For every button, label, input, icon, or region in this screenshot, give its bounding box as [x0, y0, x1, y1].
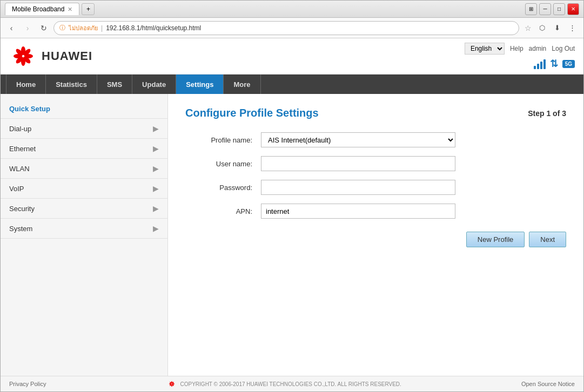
nav-sms[interactable]: SMS [97, 75, 132, 94]
browser-tab[interactable]: Mobile Broadband ✕ [5, 3, 79, 15]
apn-input[interactable] [261, 204, 455, 219]
nav-statistics[interactable]: Statistics [46, 75, 97, 94]
signal-icons: ⇅ 5G [534, 58, 575, 70]
admin-label: admin [529, 45, 547, 52]
chevron-right-icon: ▶ [153, 224, 159, 233]
chevron-right-icon: ▶ [153, 164, 159, 173]
button-row: New Profile Next [185, 232, 566, 247]
password-row: Password: [185, 180, 566, 195]
page-footer: Privacy Policy COPYRIGHT © 2006-2017 HUA… [1, 376, 583, 391]
sidebar-item-dialup[interactable]: Dial-up ▶ [1, 119, 167, 139]
new-profile-button[interactable]: New Profile [466, 232, 525, 247]
5g-badge: 5G [562, 60, 575, 68]
sidebar-item-ethernet[interactable]: Ethernet ▶ [1, 139, 167, 159]
data-transfer-icon: ⇅ [550, 58, 558, 70]
profile-name-label: Profile name: [185, 136, 261, 144]
address-bar: ‹ › ↻ ⓘ ไม่ปลอดภัย | 192.168.8.1/html/qu… [1, 18, 583, 38]
security-warning-icon: ⓘ [59, 24, 65, 32]
new-tab-button[interactable]: + [82, 3, 95, 15]
copyright-text: COPYRIGHT © 2006-2017 HUAWEI TECHNOLOGIE… [180, 381, 401, 387]
back-button[interactable]: ‹ [5, 22, 18, 35]
refresh-button[interactable]: ↻ [37, 22, 50, 35]
footer-logo-icon [166, 380, 177, 388]
chevron-right-icon: ▶ [153, 144, 159, 153]
step-indicator: Step 1 of 3 [528, 109, 566, 118]
privacy-policy-link[interactable]: Privacy Policy [9, 381, 46, 387]
profile-name-select[interactable]: AIS Internet(default) [261, 132, 455, 147]
sidebar-item-system[interactable]: System ▶ [1, 219, 167, 239]
page-content: HUAWEI English Thai Help admin Log Out [1, 38, 583, 391]
bookmark-icon[interactable]: ☆ [525, 24, 532, 32]
tab-close-icon[interactable]: ✕ [68, 6, 72, 13]
nav-update[interactable]: Update [132, 75, 176, 94]
maximize-button[interactable]: □ [553, 3, 565, 15]
toolbar-icons: ⬡ ⬇ ⋮ [535, 21, 579, 35]
page-header: HUAWEI English Thai Help admin Log Out [1, 38, 583, 75]
next-button[interactable]: Next [529, 232, 566, 247]
header-controls: English Thai Help admin Log Out [465, 43, 575, 55]
sidebar-item-quick-setup[interactable]: Quick Setup [1, 99, 167, 119]
nav-more[interactable]: More [224, 75, 260, 94]
nav-home[interactable]: Home [6, 75, 46, 94]
main-content: Configure Profile Settings Step 1 of 3 P… [168, 94, 583, 376]
brand-name: HUAWEI [42, 49, 92, 63]
apn-row: APN: [185, 204, 566, 219]
logout-link[interactable]: Log Out [552, 45, 575, 52]
page-title: Configure Profile Settings [185, 107, 319, 119]
sidebar-item-security[interactable]: Security ▶ [1, 199, 167, 219]
header-right: English Thai Help admin Log Out ⇅ 5 [465, 43, 575, 70]
tab-title: Mobile Broadband [12, 5, 64, 13]
minimize-button[interactable]: ─ [539, 3, 551, 15]
settings-icon[interactable]: ⋮ [565, 21, 579, 35]
language-select[interactable]: English Thai [465, 43, 505, 55]
sidebar-item-voip[interactable]: VoIP ▶ [1, 179, 167, 199]
password-label: Password: [185, 184, 261, 192]
extensions-icon[interactable]: ⬡ [535, 21, 549, 35]
footer-logo: COPYRIGHT © 2006-2017 HUAWEI TECHNOLOGIE… [166, 380, 401, 388]
sidebar-item-wlan[interactable]: WLAN ▶ [1, 159, 167, 179]
password-input[interactable] [261, 180, 455, 195]
main-layout: Quick Setup Dial-up ▶ Ethernet ▶ WLAN ▶ … [1, 94, 583, 376]
huawei-logo-icon [9, 44, 37, 68]
download-icon[interactable]: ⬇ [550, 21, 564, 35]
user-name-row: User name: [185, 156, 566, 171]
apn-control [261, 204, 455, 219]
apn-label: APN: [185, 207, 261, 215]
chevron-right-icon: ▶ [153, 204, 159, 213]
security-warning-text: ไม่ปลอดภัย [69, 23, 98, 33]
help-link[interactable]: Help [510, 45, 523, 52]
url-input[interactable]: ⓘ ไม่ปลอดภัย | 192.168.8.1/html/quickset… [53, 21, 519, 35]
nav-settings[interactable]: Settings [176, 75, 224, 94]
forward-button[interactable]: › [21, 22, 34, 35]
open-source-link[interactable]: Open Source Notice [521, 381, 575, 387]
title-bar: Mobile Broadband ✕ + ⊞ ─ □ ✕ [1, 1, 583, 18]
window-controls: ⊞ ─ □ ✕ [525, 3, 579, 15]
password-control [261, 180, 455, 195]
profile-name-row: Profile name: AIS Internet(default) [185, 132, 566, 147]
close-button[interactable]: ✕ [567, 3, 579, 15]
chevron-right-icon: ▶ [153, 124, 159, 133]
sidebar: Quick Setup Dial-up ▶ Ethernet ▶ WLAN ▶ … [1, 94, 168, 376]
user-name-input[interactable] [261, 156, 455, 171]
profile-name-control: AIS Internet(default) [261, 132, 455, 147]
screenshot-button[interactable]: ⊞ [525, 3, 537, 15]
chevron-right-icon: ▶ [153, 184, 159, 193]
user-name-label: User name: [185, 160, 261, 168]
user-name-control [261, 156, 455, 171]
signal-strength-icon [534, 58, 546, 69]
content-header: Configure Profile Settings Step 1 of 3 [185, 107, 566, 119]
url-text: 192.168.8.1/html/quicksetup.html [106, 24, 201, 32]
nav-bar: Home Statistics SMS Update Settings More [1, 75, 583, 94]
logo-area: HUAWEI [9, 44, 92, 68]
